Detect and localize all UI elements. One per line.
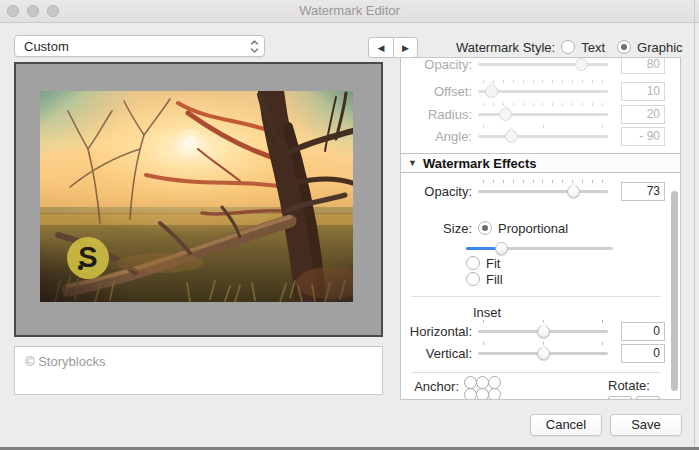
opacity-slider[interactable] [478, 179, 608, 203]
rotate-left-button[interactable] [608, 396, 632, 400]
anchor-grid [464, 376, 500, 400]
size-proportional-label: Proportional [498, 221, 568, 236]
watermark-letter: S [78, 236, 97, 278]
text-offset-label: Offset: [401, 84, 478, 99]
text-opacity-label: Opacity: [401, 57, 478, 72]
dropdown-stepper-icon [249, 38, 260, 58]
rotate-label: Rotate: [608, 378, 650, 393]
caption-text: © Storyblocks [25, 354, 105, 369]
slider-thumb[interactable] [537, 325, 550, 338]
size-proportional-radio[interactable] [478, 221, 492, 235]
settings-panel[interactable]: Opacity: Offset: Radius: Angle: ▼ Waterm… [400, 57, 681, 400]
inset-horizontal-value[interactable] [621, 322, 665, 341]
inset-label: Inset [473, 305, 501, 320]
text-opacity-slider[interactable] [478, 57, 608, 76]
divider [411, 372, 661, 373]
watermark-effects-header[interactable]: ▼ Watermark Effects [400, 153, 681, 173]
slider-thumb[interactable] [485, 85, 498, 98]
preset-dropdown[interactable]: Custom [14, 35, 265, 57]
image-nav: ◀ ▶ [368, 37, 418, 58]
style-graphic-label: Graphic [637, 40, 683, 55]
previous-image-button[interactable]: ◀ [368, 37, 393, 58]
watermark-style-label: Watermark Style: [456, 40, 555, 55]
inset-vertical-value[interactable] [621, 344, 665, 363]
text-opacity-row: Opacity: [401, 57, 680, 76]
divider [411, 296, 661, 297]
text-radius-row: Radius: [401, 102, 680, 126]
preset-dropdown-value: Custom [24, 39, 69, 54]
size-fit-radio[interactable] [466, 256, 480, 270]
style-graphic-radio[interactable] [617, 40, 631, 54]
size-fill-row: Fill [401, 270, 681, 288]
zoom-button[interactable] [47, 5, 59, 17]
window-title: Watermark Editor [0, 0, 699, 22]
slider-thumb[interactable] [575, 58, 588, 71]
next-arrow-icon: ▶ [402, 43, 409, 53]
slider-thumb[interactable] [567, 185, 580, 198]
caption-text-field[interactable]: © Storyblocks [14, 346, 383, 395]
text-offset-slider[interactable] [478, 79, 608, 103]
text-radius-slider[interactable] [478, 102, 608, 126]
size-fill-radio[interactable] [466, 272, 480, 286]
rotate-right-button[interactable] [636, 396, 660, 400]
inset-horizontal-slider[interactable] [478, 319, 608, 343]
preview-photo: S [40, 91, 353, 302]
style-text-radio[interactable] [561, 40, 575, 54]
text-radius-value[interactable] [621, 105, 665, 124]
disclosure-triangle-icon[interactable]: ▼ [408, 158, 417, 168]
text-angle-slider[interactable] [478, 124, 608, 148]
inset-vertical-label: Vertical: [401, 346, 478, 361]
watermark-dot [78, 265, 83, 270]
watermark-editor-window: Watermark Editor Custom ◀ ▶ Watermark St… [0, 0, 699, 450]
inset-vertical-slider[interactable] [478, 341, 608, 365]
traffic-lights [7, 5, 59, 17]
next-image-button[interactable]: ▶ [393, 37, 418, 58]
previous-arrow-icon: ◀ [378, 43, 385, 53]
preview-canvas: S [14, 62, 383, 337]
slider-thumb[interactable] [505, 130, 518, 143]
text-angle-row: Angle: [401, 124, 680, 148]
text-offset-value[interactable] [621, 82, 665, 101]
cancel-button[interactable]: Cancel [530, 414, 602, 436]
anchor-cell[interactable] [488, 388, 501, 400]
anchor-label: Anchor: [401, 376, 463, 394]
watermark-badge[interactable]: S [67, 237, 109, 279]
window-right-edge [694, 0, 695, 450]
watermark-effects-title: Watermark Effects [423, 156, 537, 171]
text-offset-row: Offset: [401, 79, 680, 103]
slider-thumb[interactable] [499, 108, 512, 121]
text-radius-label: Radius: [401, 107, 478, 122]
slider-thumb[interactable] [537, 347, 550, 360]
size-label: Size: [401, 221, 478, 236]
inset-horizontal-row: Horizontal: [401, 319, 680, 343]
text-opacity-value[interactable] [621, 57, 665, 74]
size-fit-label: Fit [486, 256, 500, 271]
minimize-button[interactable] [27, 5, 39, 17]
text-angle-label: Angle: [401, 129, 478, 144]
titlebar: Watermark Editor [0, 0, 699, 23]
watermark-style-row: Watermark Style: Text Graphic [456, 39, 683, 55]
style-text-label: Text [581, 40, 605, 55]
inset-vertical-row: Vertical: [401, 341, 680, 365]
size-fill-label: Fill [486, 272, 503, 287]
opacity-row: Opacity: [401, 179, 680, 203]
opacity-label: Opacity: [401, 184, 478, 199]
text-angle-value[interactable] [621, 127, 665, 146]
inset-horizontal-label: Horizontal: [401, 324, 478, 339]
panel-scrollbar[interactable] [671, 191, 678, 391]
opacity-value[interactable] [621, 182, 665, 201]
save-button[interactable]: Save [610, 414, 682, 436]
close-button[interactable] [7, 5, 19, 17]
